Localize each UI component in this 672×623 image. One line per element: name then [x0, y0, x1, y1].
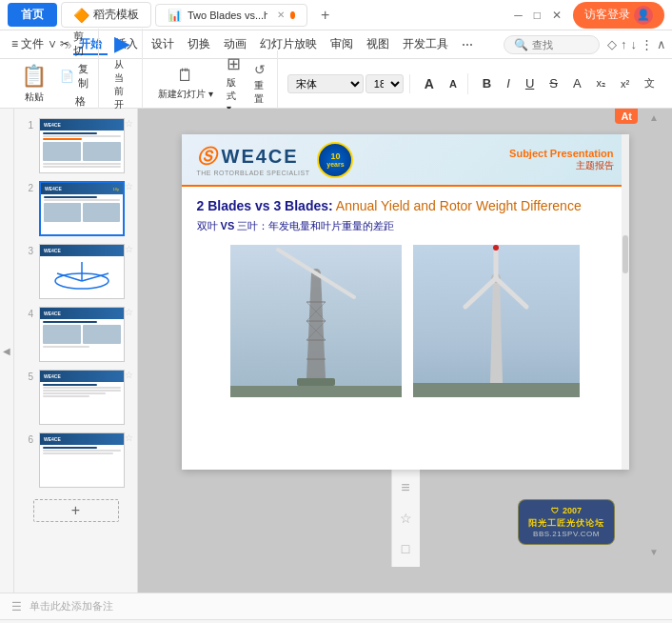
menu-more[interactable]: ⋯ [456, 35, 479, 54]
right-btn-star[interactable]: ☆ [395, 508, 416, 529]
nav-btn-2[interactable]: ↑ [621, 37, 627, 51]
font-color-button[interactable]: A [566, 73, 588, 93]
scroll-thumb[interactable] [623, 235, 628, 273]
layout-button[interactable]: ⊞ 版式 ▾ [221, 50, 247, 116]
thumb6-line2 [43, 450, 121, 452]
nav-btn-1[interactable]: ◇ [607, 37, 617, 51]
font-family-select[interactable]: 宋体 [287, 74, 364, 93]
nav-btn-5[interactable]: ∧ [657, 37, 666, 51]
header-left: Ⓢ WE4CE THE ROTORBLADE SPECIALIST 10 yea… [197, 142, 354, 178]
font-size-down-button[interactable]: A [443, 75, 464, 92]
slide-canvas: Ⓢ WE4CE THE ROTORBLADE SPECIALIST 10 yea… [182, 134, 629, 470]
svg-rect-18 [297, 378, 335, 386]
wind-turbine-3blade-image [413, 245, 580, 397]
bold-button[interactable]: B [476, 73, 498, 93]
slide-star-4[interactable]: ☆ [125, 307, 133, 317]
slide-star-2[interactable]: ☆ [125, 181, 133, 191]
tab-template[interactable]: 🔶 稻壳模板 [61, 2, 151, 28]
main-title-bold: 2 Blades vs 3 Blades: [197, 198, 333, 213]
slide-panel: 1 WE4CE ☆ [14, 109, 138, 593]
thumb2-img1 [44, 203, 81, 222]
underline-button[interactable]: U [519, 73, 541, 93]
close-btn[interactable]: ✕ [552, 9, 562, 22]
minimize-btn[interactable]: ─ [514, 9, 523, 22]
slide-star-5[interactable]: ☆ [125, 370, 133, 380]
slide-item-3[interactable]: 3 WE4CE ☆ [14, 240, 137, 303]
thumb4-line1 [43, 321, 97, 323]
slide-num-6: 6 [20, 434, 33, 445]
collapse-left-button[interactable]: ◀ [3, 346, 10, 356]
watermark-site-name: 阳光工匠光伏论坛 [528, 517, 604, 530]
add-slide-button[interactable]: + [33, 499, 119, 522]
scroll-up-button[interactable]: ▲ [649, 112, 659, 123]
copy-button[interactable]: 📄 复制 [56, 61, 92, 91]
thumb4-img2 [83, 325, 121, 344]
scroll-bottom-controls: ▼ [649, 545, 659, 558]
thumb2-body [41, 194, 123, 224]
slide-item-6[interactable]: 6 WE4CE ☆ [14, 429, 137, 492]
subject-sub-text: 主题报告 [509, 159, 613, 172]
slide-thumb-1[interactable]: WE4CE [39, 118, 125, 173]
font-size-up-button[interactable]: A [418, 73, 441, 94]
we4ce-text: Ⓢ WE4CE [197, 144, 310, 170]
right-panel: ≡ ☆ □ [391, 470, 420, 567]
slide-thumb-2[interactable]: WE4CE 10y [39, 181, 125, 236]
font-size-select[interactable]: 18 [366, 74, 404, 93]
tab-home[interactable]: 首页 [8, 3, 57, 27]
bottom-bar: + 幻灯片 2 / 26 Kantoorthema 📝 ⊡ ⊞ ⊟ ▶ − + … [0, 619, 672, 623]
thumb3-chart [53, 262, 110, 291]
thumb3-logo: WE4CE [44, 248, 61, 253]
close-tab-icon[interactable]: ✕ [277, 10, 285, 20]
slide-star-1[interactable]: ☆ [125, 118, 133, 129]
reset-button[interactable]: ↺ 重置 [248, 59, 271, 109]
thumb1-img-row [43, 142, 121, 161]
scroll-down-button[interactable]: ▼ [649, 547, 659, 557]
special-char-button[interactable]: 文 [638, 73, 662, 93]
slide-thumb-5[interactable]: WE4CE [39, 370, 125, 425]
login-button[interactable]: 访客登录 👤 [573, 2, 664, 29]
slide-item-5[interactable]: 5 WE4CE ☆ [14, 366, 137, 429]
slide-star-3[interactable]: ☆ [125, 244, 133, 254]
paste-button[interactable]: 📋 粘贴 [13, 62, 54, 106]
search-input[interactable] [532, 39, 589, 50]
thumb1-img2 [83, 142, 121, 161]
menu-view[interactable]: 视图 [361, 33, 395, 55]
scroll-track[interactable] [622, 134, 629, 470]
menu-review[interactable]: 审阅 [325, 33, 359, 55]
right-btn-share[interactable]: □ [395, 538, 416, 559]
thumb4-body [40, 319, 124, 351]
strikethrough-button[interactable]: S [543, 73, 564, 93]
slide-thumb-4[interactable]: WE4CE [39, 307, 125, 362]
menu-devtools[interactable]: 开发工具 [397, 33, 454, 55]
italic-button[interactable]: I [500, 73, 517, 93]
cut-button[interactable]: ✂ 剪切 [56, 29, 92, 59]
slide-item-1[interactable]: 1 WE4CE ☆ [14, 114, 137, 177]
slide-item-4[interactable]: 4 WE4CE ☆ [14, 303, 137, 366]
thumb3-chart-area [43, 258, 121, 294]
slide-item-2[interactable]: 2 WE4CE 10y ☆ [14, 177, 137, 240]
superscript-button[interactable]: x² [614, 75, 636, 92]
wind-2blade-svg [230, 245, 402, 397]
search-box[interactable]: 🔍 [504, 35, 600, 54]
subscript-button[interactable]: x₂ [590, 74, 613, 92]
slide-thumb-3[interactable]: WE4CE [39, 244, 125, 299]
watermark-shield-icon: 🛡 [551, 507, 559, 515]
tab-doc[interactable]: 📊 Two Blades vs...ht Difference ✕ [155, 4, 307, 27]
at-badge[interactable]: At [615, 109, 638, 124]
main-title-normal: Annual Yield and Rotor Weight Difference [336, 198, 582, 213]
new-slide-group: 🗒 新建幻灯片 ▾ ⊞ 版式 ▾ ↺ 重置 [147, 50, 278, 116]
title-bar: 首页 🔶 稻壳模板 📊 Two Blades vs...ht Differenc… [0, 0, 672, 30]
scroll-controls: ▲ [649, 112, 659, 123]
right-btn-1[interactable]: ≡ [395, 477, 416, 498]
slide-thumb-6[interactable]: WE4CE [39, 432, 125, 488]
watermark-box: 🛡 2007 阳光工匠光伏论坛 BBS.21SPV.COM [518, 499, 615, 545]
toolbar: 📋 粘贴 ✂ 剪切 📄 复制 🖌 格式刷 ▶ 从当前开始 ▾ 🗒 [0, 59, 672, 109]
nav-btn-3[interactable]: ↓ [631, 37, 638, 51]
nav-btn-4[interactable]: ⋮ [641, 37, 653, 51]
thumb1-line1 [43, 132, 97, 134]
maximize-btn[interactable]: □ [534, 9, 541, 22]
slide-star-6[interactable]: ☆ [125, 432, 133, 443]
add-tab-button[interactable]: + [311, 3, 339, 28]
new-slide-button[interactable]: 🗒 新建幻灯片 ▾ [152, 63, 219, 104]
note-placeholder[interactable]: 单击此处添加备注 [30, 599, 113, 613]
